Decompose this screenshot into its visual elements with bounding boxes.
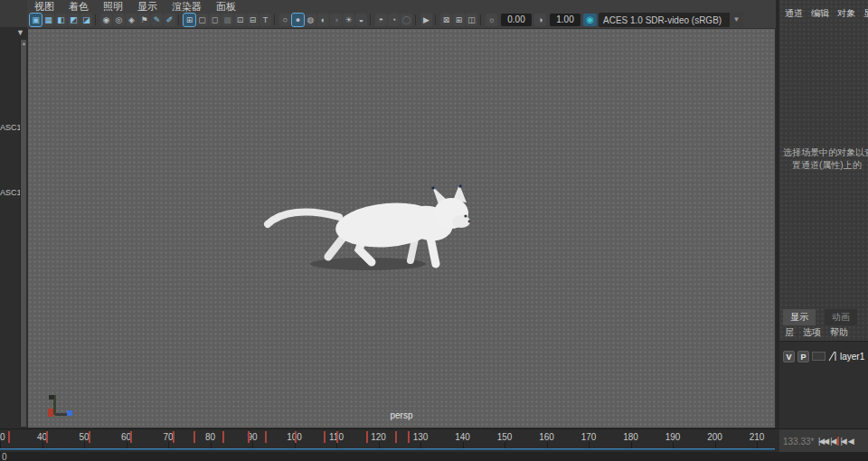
outliner-item[interactable]: ASC14 — [0, 123, 20, 132]
view-transform-dropdown[interactable]: ACES 1.0 SDR-video (sRGB) ▼ — [599, 13, 743, 27]
motion-blur-icon[interactable]: ◔ — [388, 14, 400, 26]
xray-icon[interactable]: ◫ — [466, 14, 477, 26]
grease-pencil-icon[interactable]: ✎ — [151, 14, 163, 26]
outliner-item[interactable]: ASC14 — [0, 188, 20, 197]
menu-channels[interactable]: 通道 — [785, 7, 803, 20]
menu-show[interactable]: 显示 — [863, 7, 868, 20]
go-to-start-button[interactable]: |◀◀ — [818, 437, 827, 446]
layer-row[interactable]: V P layer1 — [783, 349, 868, 363]
vertical-scrollbar[interactable]: ▲ — [20, 40, 26, 427]
layer-playback-toggle[interactable]: P — [797, 351, 809, 362]
shadows-icon[interactable]: ◒ — [355, 14, 367, 26]
range-slider-strip[interactable]: 0 — [0, 452, 868, 461]
perspective-viewport[interactable]: persp — [27, 28, 776, 428]
menu-view[interactable]: 视图 — [34, 0, 54, 14]
time-slider[interactable]: 3040506070809010011012013014015016017018… — [0, 429, 776, 453]
menu-help[interactable]: 帮助 — [830, 326, 848, 339]
wireframe-icon[interactable]: ○ — [279, 14, 291, 26]
resolution-gate-icon[interactable]: ◻ — [209, 14, 221, 26]
movie-camera-icon[interactable]: ◉ — [100, 14, 112, 26]
gamma-icon[interactable]: ◑ — [534, 14, 546, 26]
timeline-frame-label: 180 — [623, 432, 638, 442]
menu-show[interactable]: 显示 — [137, 0, 157, 14]
menu-edit[interactable]: 编辑 — [811, 7, 829, 20]
menu-shading[interactable]: 着色 — [69, 0, 89, 14]
screen-space-ao-icon[interactable]: ◓ — [375, 14, 387, 26]
selection-highlight-icon[interactable]: ▶ — [420, 14, 432, 26]
menu-options[interactable]: 选项 — [803, 326, 821, 339]
camera-fit-icon[interactable]: ◪ — [80, 14, 92, 26]
gamma-field[interactable]: 1.00 — [550, 14, 580, 26]
color-management-icon[interactable]: ◉ — [583, 14, 597, 26]
select-camera-icon[interactable]: ▣ — [30, 14, 42, 26]
layer-name[interactable]: layer1 — [840, 352, 864, 362]
camera-zoom-icon[interactable]: ◩ — [68, 14, 80, 26]
menu-panels[interactable]: 面板 — [216, 0, 236, 14]
timeline-frame-label: 140 — [455, 432, 470, 442]
channel-box-menubar: 通道编辑对象显示 — [785, 7, 868, 20]
menu-lighting[interactable]: 照明 — [103, 0, 123, 14]
menu-renderer[interactable]: 渲染器 — [172, 0, 202, 14]
range-start-field[interactable]: 0 — [2, 452, 7, 461]
timeline-tick — [211, 442, 212, 448]
keyframe-tick — [324, 431, 326, 443]
smooth-shade-icon[interactable]: ● — [292, 14, 304, 26]
layer-visibility-toggle[interactable]: V — [783, 351, 795, 362]
isolate-select-icon[interactable]: ⊠ — [440, 14, 452, 26]
chevron-down-icon[interactable]: ▼ — [16, 28, 24, 37]
time-slider-area: 3040506070809010011012013014015016017018… — [0, 428, 868, 452]
cat-ear-tip-right — [458, 184, 462, 188]
exposure-icon[interactable]: ☼ — [486, 14, 497, 26]
divider — [415, 14, 419, 25]
lights-icon[interactable]: ☀ — [343, 14, 354, 26]
current-time-field[interactable]: 133.33* — [783, 437, 816, 447]
camera-pan-icon[interactable]: ▦ — [42, 14, 54, 26]
gate-mask-icon[interactable]: ▩ — [222, 14, 233, 26]
grease-pencil-add-icon[interactable]: ✐ — [164, 14, 175, 26]
use-default-material-icon[interactable]: ◑ — [330, 14, 342, 26]
grid-icon[interactable]: ⊞ — [184, 14, 195, 26]
timeline-frame-label: 160 — [539, 432, 554, 442]
film-gate-icon[interactable]: ▢ — [196, 14, 208, 26]
menu-layers[interactable]: 层 — [785, 326, 794, 339]
timeline-tick — [168, 442, 169, 448]
timeline-frame-label: 200 — [707, 432, 722, 442]
safe-title-icon[interactable]: T — [259, 14, 271, 26]
layer-list: V P layer1 — [779, 341, 868, 428]
field-chart-icon[interactable]: ⊡ — [234, 14, 246, 26]
z-axis-tip — [67, 410, 72, 416]
anti-aliasing-icon[interactable]: ◯ — [401, 14, 412, 26]
play-backwards-button[interactable]: ◀ — [848, 437, 853, 446]
cat-model[interactable] — [261, 179, 478, 278]
timeline-tick — [127, 442, 127, 448]
camera-attributes-icon[interactable]: ◎ — [113, 14, 125, 26]
keyframe-tick — [295, 431, 297, 443]
timeline-frame-label: 80 — [205, 432, 215, 442]
panel-menubar: 视图着色照明显示渲染器面板 — [27, 0, 776, 12]
layer-color-swatch[interactable] — [812, 352, 826, 361]
bookmark-flag-icon[interactable]: ⚑ — [138, 14, 150, 26]
wireframe-on-shaded-icon[interactable]: ◍ — [305, 14, 316, 26]
scroll-up-icon[interactable]: ▲ — [21, 41, 27, 46]
channel-box-message: 选择场景中的对象以查 置通道(属性)上的 — [779, 146, 868, 172]
tab-display[interactable]: 显示 — [783, 309, 816, 325]
textured-icon[interactable]: ◐ — [317, 14, 329, 26]
divider — [95, 14, 99, 25]
tab-anim[interactable]: 动画 — [825, 309, 857, 325]
exposure-field[interactable]: 0.00 — [501, 14, 532, 26]
camera-bookmark-icon[interactable]: ◈ — [126, 14, 137, 26]
keyframe-tick — [46, 431, 48, 443]
safe-action-icon[interactable]: ⊟ — [247, 14, 259, 26]
view-axis-gizmo — [41, 393, 73, 420]
keyframe-tick — [366, 431, 368, 443]
message-line: 选择场景中的对象以查 — [779, 146, 868, 159]
isolate-add-icon[interactable]: ⊞ — [453, 14, 465, 26]
step-back-key-button[interactable]: |◀ — [837, 437, 844, 446]
menu-object[interactable]: 对象 — [837, 7, 855, 20]
message-line: 置通道(属性)上的 — [779, 159, 868, 172]
step-back-frame-button[interactable]: |◀ — [830, 437, 835, 446]
timeline-tick — [463, 442, 464, 448]
camera-roll-icon[interactable]: ◧ — [55, 14, 67, 26]
timeline-frame-label: 130 — [413, 432, 429, 442]
chevron-down-icon[interactable]: ▼ — [730, 13, 743, 27]
